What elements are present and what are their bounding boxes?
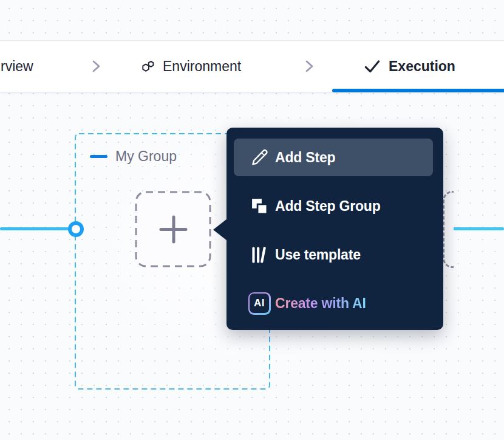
add-node-button[interactable] [135,191,211,267]
ai-badge-text: AI [250,294,269,313]
menu-item-label: Create with AI [275,295,366,312]
collapse-group-button[interactable] [90,155,107,158]
tab-execution-label: Execution [389,58,455,75]
tab-overview[interactable]: rview [1,41,33,92]
stage-tab-bar: rview Environment Execution [0,40,504,92]
menu-item-label: Add Step Group [275,198,381,215]
tab-environment[interactable]: Environment [140,41,241,92]
tab-execution[interactable]: Execution [363,41,455,92]
popup-arrow [213,219,227,241]
menu-item-use-template[interactable]: Use template [234,236,433,273]
template-library-icon [248,245,271,265]
menu-item-add-step-group[interactable]: Add Step Group [234,187,433,225]
checkmark-icon [363,57,382,76]
menu-item-label: Add Step [275,150,335,166]
chevron-right-icon [89,59,103,74]
menu-item-create-with-ai[interactable]: AI Create with AI [234,284,433,322]
pencil-icon [248,148,271,167]
connector-line-left [0,227,69,230]
environment-icon [140,58,156,75]
tab-overview-label: rview [1,58,33,75]
connector-line-right [446,227,504,230]
chevron-right-icon [302,59,316,74]
menu-item-label: Use template [275,247,361,263]
next-node-fragment[interactable] [443,191,454,268]
plus-icon [135,191,211,267]
connector-port-circle[interactable] [68,221,84,237]
active-tab-underline [332,89,504,92]
step-group-icon [248,196,271,216]
tab-environment-label: Environment [163,58,241,75]
add-step-popup-menu: Add Step Add Step Group Use template AI … [226,128,443,330]
ai-badge-icon: AI [248,292,271,315]
menu-item-add-step[interactable]: Add Step [234,139,433,176]
step-group-label[interactable]: My Group [115,148,177,165]
